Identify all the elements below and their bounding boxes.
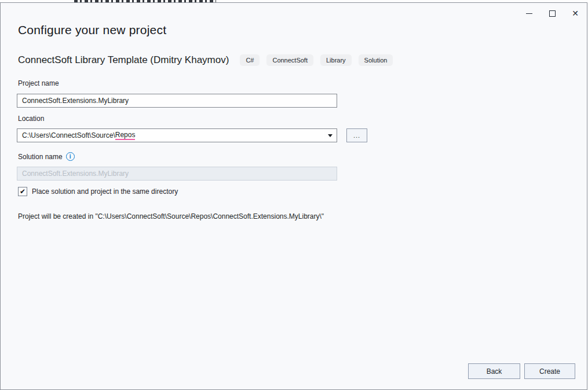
page-title: Configure your new project <box>18 23 166 37</box>
create-button[interactable]: Create <box>524 363 575 379</box>
template-tag-badge: Library <box>320 54 352 66</box>
maximize-button[interactable] <box>543 6 561 21</box>
info-icon[interactable]: i <box>66 152 75 161</box>
back-button[interactable]: Back <box>468 363 520 379</box>
solution-name-label: Solution name <box>18 153 63 161</box>
template-name: ConnectSoft Library Template (Dmitry Kha… <box>18 54 229 66</box>
screen: ✕ Configure your new project ConnectSoft… <box>0 0 588 390</box>
same-directory-label[interactable]: Place solution and project in the same d… <box>32 187 178 196</box>
location-path-highlight: Repos <box>115 131 136 140</box>
location-value[interactable]: C:\Users\ConnectSoft\Source\Repos <box>17 129 323 142</box>
solution-name-label-row: Solution name i <box>18 152 75 161</box>
same-directory-row: ✔ Place solution and project in the same… <box>18 187 178 196</box>
browse-location-button[interactable]: ... <box>346 128 367 142</box>
location-combobox[interactable]: C:\Users\ConnectSoft\Source\Repos <box>17 128 337 142</box>
project-name-label: Project name <box>18 79 59 87</box>
minimize-button[interactable] <box>520 6 538 21</box>
template-tag-badge: C# <box>240 54 260 66</box>
configure-project-dialog: ✕ Configure your new project ConnectSoft… <box>0 2 587 390</box>
window-controls: ✕ <box>520 6 585 21</box>
maximize-icon <box>549 10 556 17</box>
template-tag-badge: Solution <box>359 54 393 66</box>
minimize-icon <box>526 13 532 14</box>
solution-name-input <box>17 167 337 181</box>
output-path-text: Project will be created in "C:\Users\Con… <box>18 212 324 220</box>
project-name-input[interactable] <box>17 94 337 108</box>
checkmark-icon: ✔ <box>20 188 25 195</box>
chevron-down-icon <box>328 134 333 137</box>
template-row: ConnectSoft Library Template (Dmitry Kha… <box>18 53 393 67</box>
location-label: Location <box>18 115 44 123</box>
template-tag-badge: ConnectSoft <box>266 54 313 66</box>
template-tags: C# ConnectSoft Library Solution <box>240 54 393 66</box>
location-dropdown-button[interactable] <box>324 129 337 142</box>
close-icon: ✕ <box>572 9 579 17</box>
same-directory-checkbox[interactable]: ✔ <box>18 187 27 196</box>
close-button[interactable]: ✕ <box>566 6 585 21</box>
location-path-prefix: C:\Users\ConnectSoft\Source\ <box>22 131 115 139</box>
